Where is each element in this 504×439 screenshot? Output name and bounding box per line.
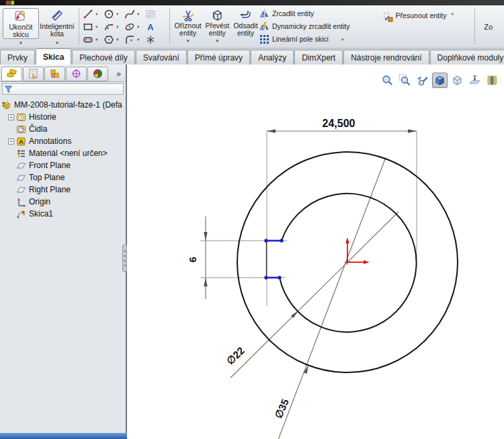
smart-dimension-box[interactable]: Inteligentní kóta [39, 8, 75, 39]
tree-item-front-plane[interactable]: Front Plane [1, 159, 126, 171]
dimension-outer-text[interactable]: ∅35 [272, 397, 291, 420]
tab-prvky[interactable]: Prvky [0, 50, 35, 65]
dynamic-mirror-button[interactable]: Dynamicky zrcadlit entity [259, 21, 383, 32]
tab-doplnkove-moduly[interactable]: Doplňkové moduly SOLIDWO [430, 50, 504, 65]
tree-item-origin[interactable]: Origin [1, 196, 126, 208]
featuremanager-tab[interactable] [1, 67, 22, 81]
chevron-down-icon[interactable]: ▼ [341, 38, 344, 42]
tree-item-skica1[interactable]: Skica1 [1, 208, 126, 220]
sketch-point[interactable] [264, 276, 267, 279]
dimension-keyway-text[interactable]: 6 [187, 257, 198, 262]
panel-splitter-handle[interactable]: ◂◂◂◂ [122, 245, 127, 272]
feature-tree: MM-2008-tutorial-faze-1 (Defa + Historie [0, 96, 126, 439]
dimension-inner-text[interactable]: ∅22 [224, 345, 247, 367]
tree-item-label: Historie [29, 112, 56, 122]
inner-circle-arc[interactable] [280, 194, 417, 332]
line-tool-button[interactable]: ▼ [83, 8, 103, 20]
polygon-tool-button[interactable]: ▼ [103, 34, 124, 46]
chevron-down-icon[interactable]: ▼ [95, 38, 98, 42]
tree-item-label: Right Plane [29, 185, 71, 194]
text-tool-button[interactable]: A [145, 21, 166, 33]
sketch-point[interactable] [278, 276, 281, 279]
linear-sketch-pattern-button[interactable]: Lineární pole skici ▼ [259, 34, 383, 45]
offset-entities-button[interactable]: Odsadit entity [232, 7, 259, 46]
plane-icon [16, 185, 26, 195]
chevron-down-icon[interactable]: ▼ [19, 41, 23, 45]
dimension-width-text[interactable]: 24,500 [323, 118, 355, 129]
configurationmanager-tab[interactable] [44, 67, 65, 81]
panel-tabs-overflow-button[interactable]: » [113, 69, 124, 79]
dimxpertmanager-tab[interactable] [66, 67, 87, 81]
tree-item-label: Materiál <není určen> [29, 149, 108, 158]
point-tool-button[interactable] [145, 34, 166, 46]
zoom-group-partial-label: Zo [478, 7, 504, 46]
hatch-tool-button[interactable] [145, 8, 166, 20]
statusbar-fragment [0, 433, 127, 439]
fillet-tool-button[interactable]: ▼ [124, 34, 145, 46]
slot-icon [83, 34, 93, 45]
tree-item-top-plane[interactable]: Top Plane [1, 171, 126, 184]
move-entities-icon [383, 12, 393, 22]
rectangle-tool-button[interactable]: ▼ [83, 21, 103, 33]
circle-tool-button[interactable]: ▼ [103, 8, 124, 20]
tab-plechove-dily[interactable]: Plechové díly [72, 50, 134, 65]
chevron-down-icon[interactable]: ▼ [136, 25, 140, 29]
trim-entities-button[interactable]: Oříznout entity ▼ [173, 7, 203, 46]
smart-dimension-label-2: kóta [50, 30, 64, 38]
sketch-point[interactable] [280, 239, 283, 242]
chevron-down-icon[interactable]: ▼ [215, 39, 219, 43]
tab-analyzy[interactable]: Analýzy [251, 50, 294, 65]
tree-item-cidla[interactable]: Čidla [1, 123, 126, 135]
chevron-down-icon[interactable]: ▼ [186, 39, 190, 43]
mirror-tools-group: Zrcadlit entity Dynamicky zrcadlit entit… [259, 7, 383, 46]
exit-sketch-box[interactable]: Ukončit skicu [3, 8, 39, 39]
sketch-point[interactable] [264, 239, 267, 242]
arc-tool-button[interactable]: ▼ [103, 21, 124, 33]
exit-sketch-button[interactable]: Ukončit skicu ▼ [3, 7, 39, 46]
tree-item-label: Annotations [29, 136, 71, 146]
ellipse-tool-button[interactable]: ▼ [124, 21, 145, 33]
chevron-down-icon[interactable]: ▼ [136, 38, 140, 42]
chevron-down-icon[interactable]: ▼ [55, 41, 59, 45]
tab-svarovani[interactable]: Svařování [136, 50, 187, 65]
slot-tool-button[interactable]: ▼ [83, 34, 103, 46]
ribbon-toolbar: Ukončit skicu ▼ Inteligentní kóta ▼ ▼ [0, 5, 504, 48]
propertymanager-tab[interactable] [23, 67, 44, 81]
tree-item-material[interactable]: Materiál <není určen> [1, 147, 126, 159]
tab-dimxpert[interactable]: DimXpert [294, 50, 343, 65]
chevron-down-icon[interactable]: ▼ [116, 38, 119, 42]
tree-root-label: MM-2008-tutorial-faze-1 (Defa [14, 100, 122, 110]
chevron-down-icon[interactable]: ▼ [95, 12, 98, 16]
chevron-down-icon[interactable]: ▼ [95, 25, 98, 29]
tree-item-historie[interactable]: + Historie [1, 111, 126, 123]
tab-skica[interactable]: Skica [36, 48, 71, 65]
chevron-down-icon[interactable]: ▼ [451, 12, 454, 16]
tab-nastroje-rendrovani[interactable]: Nástroje rendrování [343, 50, 429, 65]
dimension-width[interactable]: 24,500 [267, 118, 417, 133]
displaymanager-tab[interactable] [87, 67, 108, 81]
tree-item-annotations[interactable]: + A Annotations [1, 135, 126, 147]
smart-dimension-icon [50, 8, 65, 23]
move-entities-button[interactable]: Přesunout entity ▼ [383, 7, 472, 46]
graphics-viewport[interactable]: 24,500 6 ∅22 ∅35 [127, 65, 504, 439]
tree-item-right-plane[interactable]: Right Plane [1, 184, 126, 196]
part-icon [1, 100, 11, 110]
convert-entities-button[interactable]: Převést entity ▼ [202, 7, 232, 46]
tree-root-part[interactable]: MM-2008-tutorial-faze-1 (Defa [1, 99, 126, 111]
spline-tool-button[interactable]: ▼ [124, 8, 145, 20]
tab-prime-upravy[interactable]: Přímé úpravy [187, 50, 250, 65]
ribbon-separator [169, 9, 170, 44]
dimension-outer-diameter[interactable]: ∅35 [272, 157, 386, 439]
expand-icon[interactable]: + [8, 138, 14, 145]
chevron-down-icon[interactable]: ▼ [116, 25, 119, 29]
expand-icon[interactable]: + [8, 114, 14, 120]
chevron-down-icon[interactable]: ▼ [136, 12, 140, 16]
chevron-down-icon[interactable]: ▼ [116, 12, 119, 16]
smart-dimension-button[interactable]: Inteligentní kóta ▼ [39, 7, 75, 46]
hatch-icon [145, 9, 156, 19]
mirror-entities-button[interactable]: Zrcadlit entity [259, 8, 383, 19]
sketch-canvas[interactable]: 24,500 6 ∅22 ∅35 [127, 65, 503, 439]
arrowhead [267, 129, 276, 132]
tree-filter-field[interactable] [2, 83, 124, 95]
dimension-keyway-height[interactable]: 6 [187, 216, 208, 299]
